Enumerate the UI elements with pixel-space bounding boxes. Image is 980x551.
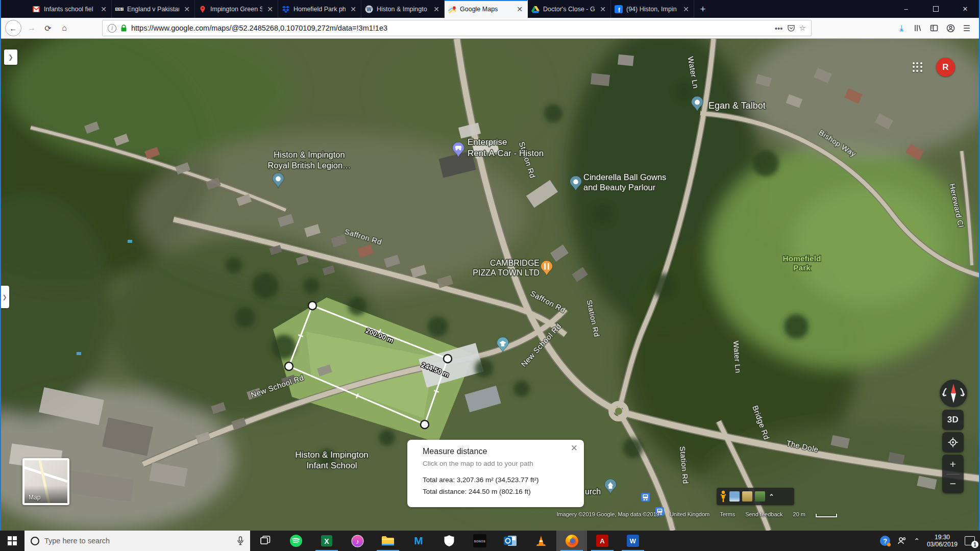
notification-badge: 1 <box>971 541 978 548</box>
poi-label[interactable]: Royal British Legion… <box>267 161 351 170</box>
pegman-icon[interactable] <box>720 490 727 503</box>
page-actions-icon[interactable]: ••• <box>775 24 783 33</box>
compass-control[interactable] <box>940 380 967 407</box>
taskbar-outlook-icon[interactable] <box>495 531 526 551</box>
poi-label[interactable]: and Beauty Parlour <box>583 183 656 192</box>
action-center-icon[interactable]: 1 <box>965 536 975 545</box>
tab-close-icon[interactable]: ✕ <box>432 6 440 13</box>
tab-close-icon[interactable]: ✕ <box>183 6 191 13</box>
maximize-button[interactable] <box>921 0 950 18</box>
page-info-icon[interactable]: i <box>108 24 116 33</box>
tab-title: Homefield Park ph <box>293 6 346 13</box>
back-button[interactable]: ← <box>5 20 21 36</box>
sidebar-toggle-icon[interactable] <box>926 20 942 36</box>
tab-strip: Infants school fiel✕BBCEngland v Pakista… <box>29 0 694 18</box>
poi-label[interactable]: Rent-A-Car - Histon <box>468 148 544 158</box>
measure-vertex[interactable] <box>308 302 316 310</box>
https-lock-icon <box>120 24 127 32</box>
hidden-icons-chevron[interactable]: ⌃ <box>914 537 920 545</box>
poi-label[interactable]: Egan & Talbot <box>708 101 766 111</box>
taskbar-malwarebytes-icon[interactable]: M <box>403 531 434 551</box>
taskbar-vlc-icon[interactable] <box>526 531 556 551</box>
taskbar-word-icon[interactable]: W <box>618 531 648 551</box>
downloads-icon[interactable]: ⤓ <box>893 20 910 36</box>
menu-hamburger-icon[interactable]: ☰ <box>959 20 975 36</box>
measure-vertex[interactable] <box>421 420 429 429</box>
taskbar-sonos-icon[interactable]: SONOS <box>464 531 495 551</box>
pocket-icon[interactable] <box>787 24 795 32</box>
imagery-thumbnail[interactable] <box>729 491 740 502</box>
tab-histon-impingto[interactable]: WHiston & Impingto✕ <box>361 0 445 18</box>
new-tab-button[interactable]: + <box>694 0 712 18</box>
taskbar-file-explorer-icon[interactable] <box>373 531 403 551</box>
measure-vertex[interactable] <box>444 355 452 363</box>
forward-button[interactable]: → <box>23 20 40 36</box>
send-feedback-link[interactable]: Send feedback <box>745 511 782 517</box>
imagery-thumbnail[interactable] <box>755 491 765 502</box>
side-panel-toggle-secondary[interactable]: ❯ <box>0 286 9 308</box>
tab-google-maps[interactable]: Google Maps✕ <box>445 0 528 18</box>
poi-label[interactable]: Enterprise <box>468 137 507 147</box>
side-panel-toggle[interactable]: ❯ <box>4 49 17 65</box>
taskbar-acrobat-icon[interactable]: A <box>587 531 618 551</box>
close-measure-panel-icon[interactable]: ✕ <box>571 444 578 453</box>
my-location-button[interactable] <box>942 432 964 453</box>
tab-close-icon[interactable]: ✕ <box>349 6 357 13</box>
imagery-thumbnail[interactable] <box>742 491 752 502</box>
taskbar-task-view-icon[interactable] <box>250 531 281 551</box>
taskbar-itunes-icon[interactable]: ♪ <box>342 531 373 551</box>
tab-doctor-s-close-g[interactable]: Doctor's Close - G✕ <box>528 0 611 18</box>
taskbar-spotify-icon[interactable] <box>281 531 311 551</box>
bookmark-star-icon[interactable]: ☆ <box>799 23 806 33</box>
svg-text:M: M <box>414 535 423 546</box>
poi-label[interactable]: Histon & Impington <box>274 150 345 159</box>
tab-close-icon[interactable]: ✕ <box>266 6 274 13</box>
tab-94-histon-impin[interactable]: f(94) Histon, Impin✕ <box>611 0 694 18</box>
url-bar[interactable]: i https://www.google.com/maps/@52.248526… <box>102 20 812 36</box>
transit-stop-icon[interactable] <box>641 493 650 502</box>
poi-label[interactable]: Infant School <box>306 461 357 470</box>
tab-homefield-park-ph[interactable]: Homefield Park ph✕ <box>278 0 361 18</box>
home-button[interactable]: ⌂ <box>56 20 72 36</box>
taskbar-clock[interactable]: 19:30 03/06/2019 <box>927 534 958 548</box>
collapse-chevron-icon[interactable]: ⌃ <box>769 493 774 500</box>
taskbar-search-box[interactable]: Type here to search <box>24 531 250 551</box>
taskbar-excel-icon[interactable]: X <box>311 531 342 551</box>
taskbar-defender-icon[interactable] <box>434 531 464 551</box>
map-mode-toggle[interactable]: Map <box>22 458 69 505</box>
account-icon[interactable] <box>942 20 959 36</box>
zoom-out-button[interactable]: − <box>942 474 964 494</box>
poi-label[interactable]: CAMBRIDGE <box>490 259 540 267</box>
people-tray-icon[interactable] <box>897 537 906 545</box>
poi-label[interactable]: Histon & Impington <box>295 450 369 460</box>
minimize-button[interactable]: – <box>891 0 921 18</box>
tab-close-icon[interactable]: ✕ <box>682 6 690 13</box>
measure-total-area: Total area: 3,207.36 m² (34,523.77 ft²) <box>423 474 575 486</box>
close-window-button[interactable]: ✕ <box>950 0 980 18</box>
poi-label[interactable]: PIZZA TOWN LTD <box>473 268 540 277</box>
microphone-icon[interactable] <box>237 536 244 545</box>
get-help-tray-icon[interactable]: ? <box>880 536 890 546</box>
library-icon[interactable] <box>910 20 926 36</box>
reload-button[interactable]: ⟳ <box>40 20 56 36</box>
zoom-in-button[interactable]: + <box>942 455 964 474</box>
url-text[interactable]: https://www.google.com/maps/@52.2485268,… <box>131 24 771 32</box>
tab-close-icon[interactable]: ✕ <box>599 6 607 13</box>
account-avatar[interactable]: R <box>936 58 955 77</box>
pegman-imagery-box: ⌃ <box>717 488 794 505</box>
tab-infants-school-fiel[interactable]: Infants school fiel✕ <box>29 0 112 18</box>
tab-close-icon[interactable]: ✕ <box>100 6 108 13</box>
taskbar-firefox-icon[interactable] <box>556 531 587 551</box>
tab-impington-green-s[interactable]: Impington Green S✕ <box>195 0 278 18</box>
3d-view-button[interactable]: 3D <box>942 410 964 430</box>
poi-label[interactable]: Cinderella Ball Gowns <box>583 172 666 182</box>
tab-close-icon[interactable]: ✕ <box>516 6 524 13</box>
measure-vertex[interactable] <box>285 362 293 370</box>
poi-label[interactable]: urch <box>585 487 601 496</box>
start-button[interactable] <box>0 531 24 551</box>
svg-text:SONOS: SONOS <box>474 540 485 543</box>
search-placeholder: Type here to search <box>44 537 232 545</box>
tab-england-v-pakistan[interactable]: BBCEngland v Pakistan✕ <box>112 0 195 18</box>
google-apps-grid-icon[interactable] <box>913 62 922 72</box>
terms-link[interactable]: Terms <box>720 511 735 517</box>
